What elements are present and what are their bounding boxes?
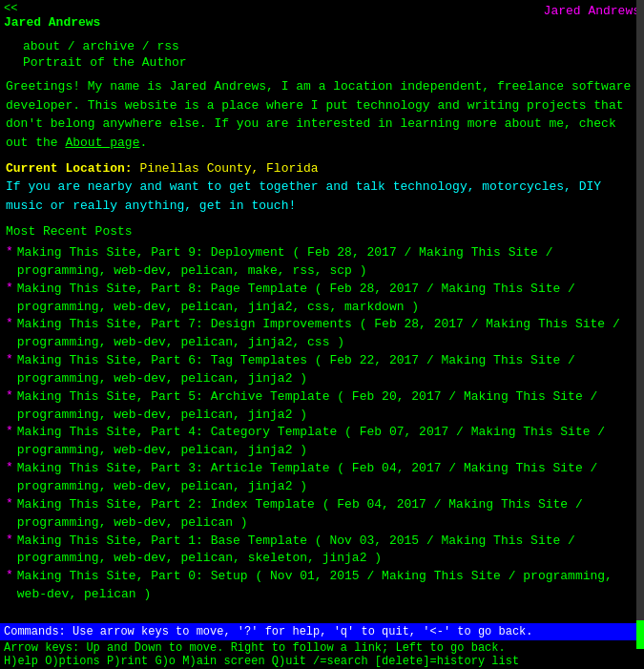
post-title[interactable]: Making This Site, Part 4: Category Templ… [17,425,337,439]
post-content: Making This Site, Part 5: Archive Templa… [17,388,638,425]
help-line1: Arrow keys: Up and Down to move. Right t… [4,641,640,655]
list-item: *Making This Site, Part 2: Index Templat… [6,496,638,533]
post-content: Making This Site, Part 4: Category Templ… [17,424,638,460]
location-value: Pinellas County, Florida [133,161,319,176]
post-content: Making This Site, Part 8: Page Template … [17,281,638,317]
nav-links: about / archive / rss [23,39,638,53]
post-title[interactable]: Making This Site, Part 3: Article Templa… [17,461,330,475]
list-item: *Making This Site, Part 0: Setup ( Nov 0… [6,568,638,604]
post-content: Making This Site, Part 6: Tag Templates … [17,352,638,388]
posts-list: *Making This Site, Part 9: Deployment ( … [6,244,638,604]
post-content: Making This Site, Part 7: Design Improve… [17,316,638,352]
bullet-icon: * [6,244,13,259]
bullet-icon: * [6,352,13,366]
post-title[interactable]: Making This Site, Part 8: Page Template [17,282,307,296]
list-item: *Making This Site, Part 3: Article Templ… [6,460,638,496]
post-content: Making This Site, Part 2: Index Template… [17,496,638,533]
nav-sep2: / [135,39,156,53]
bullet-icon: * [6,281,13,295]
post-content: Making This Site, Part 1: Base Template … [17,533,638,569]
terminal-app: << Jared Andrews Jared Andrews about / a… [0,0,644,669]
scrollbar[interactable] [636,0,644,649]
post-title[interactable]: Making This Site, Part 1: Base Template [17,533,307,548]
intro-period: . [139,136,147,150]
posts-section: Most Recent Posts *Making This Site, Par… [6,224,638,604]
list-item: *Making This Site, Part 1: Base Template… [6,533,638,569]
list-item: *Making This Site, Part 5: Archive Templ… [6,388,638,425]
bullet-icon: * [6,568,13,582]
back-arrow-icon[interactable]: << [4,2,100,15]
list-item: *Making This Site, Part 6: Tag Templates… [6,352,638,388]
post-title[interactable]: Making This Site, Part 7: Design Improve… [17,317,352,331]
nearby-text: If you are nearby and want to get togeth… [6,178,638,215]
archive-link[interactable]: archive [82,39,135,53]
status-bar: Commands: Use arrow keys to move, '?' fo… [0,623,644,640]
post-content: Making This Site, Part 0: Setup ( Nov 01… [17,568,638,604]
header: << Jared Andrews Jared Andrews [0,0,644,30]
bullet-icon: * [6,496,13,511]
bullet-icon: * [6,533,13,547]
about-page-link[interactable]: About page [65,136,139,150]
post-title[interactable]: Making This Site, Part 5: Archive Templa… [17,389,330,404]
posts-heading: Most Recent Posts [6,224,638,239]
post-content: Making This Site, Part 3: Article Templa… [17,460,638,496]
post-title[interactable]: Making This Site, Part 6: Tag Templates [17,353,307,367]
site-title[interactable]: Jared Andrews [4,15,100,30]
list-item: *Making This Site, Part 8: Page Template… [6,281,638,317]
about-link[interactable]: about [23,39,60,53]
user-name-header: Jared Andrews [544,2,640,18]
scrollbar-thumb[interactable] [636,620,644,649]
list-item: *Making This Site, Part 4: Category Temp… [6,424,638,460]
location-label: Current Location: [6,161,133,176]
help-bar: Arrow keys: Up and Down to move. Right t… [0,640,644,669]
list-item: *Making This Site, Part 9: Deployment ( … [6,244,638,281]
location-section: Current Location: Pinellas County, Flori… [6,161,638,215]
post-content: Making This Site, Part 9: Deployment ( F… [17,244,638,281]
list-item: *Making This Site, Part 7: Design Improv… [6,316,638,352]
post-title[interactable]: Making This Site, Part 2: Index Template [17,497,315,512]
nav-sep1: / [60,39,82,53]
bullet-icon: * [6,460,13,474]
intro-text: Greetings! My name is Jared Andrews, I a… [6,77,638,152]
main-content: about / archive / rss Portrait of the Au… [0,30,644,623]
post-title[interactable]: Making This Site, Part 0: Setup [17,569,248,583]
help-line2: H)elp O)ptions P)rint G)o M)ain screen Q… [4,655,640,668]
bullet-icon: * [6,424,13,438]
bullet-icon: * [6,316,13,330]
rss-link[interactable]: rss [156,39,178,53]
post-title[interactable]: Making This Site, Part 9: Deployment [17,245,285,260]
bullet-icon: * [6,388,13,403]
header-left: << Jared Andrews [4,2,100,30]
page-subtitle: Portrait of the Author [23,55,638,70]
